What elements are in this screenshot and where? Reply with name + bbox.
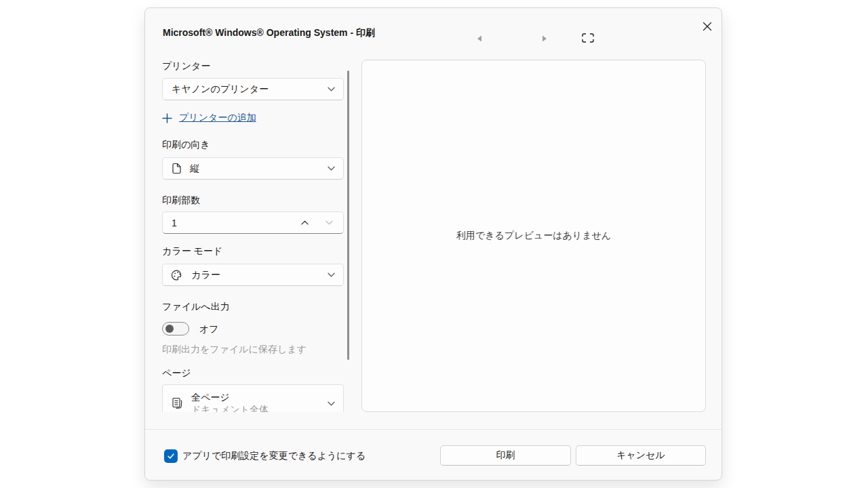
- copies-input[interactable]: [172, 218, 294, 228]
- fit-to-page-button[interactable]: [578, 28, 597, 47]
- color-mode-dropdown[interactable]: カラー: [162, 264, 344, 286]
- printer-value: キヤノンのプリンター: [172, 83, 269, 96]
- pages-label: ページ: [162, 366, 191, 380]
- add-printer-label: プリンターの追加: [179, 112, 256, 124]
- copies-label: 印刷部数: [162, 193, 200, 207]
- allow-app-settings-checkbox[interactable]: [164, 449, 178, 463]
- printer-label: プリンター: [162, 59, 210, 73]
- close-button[interactable]: [696, 16, 718, 37]
- color-mode-value: カラー: [191, 269, 220, 281]
- footer-divider: [145, 429, 722, 430]
- orientation-dropdown[interactable]: 縦: [162, 157, 344, 180]
- settings-scrollbar[interactable]: [347, 70, 349, 360]
- settings-panel: プリンター キヤノンのプリンター プリンターの追加 印刷の向き 縦: [145, 8, 358, 412]
- output-to-file-label: ファイルへ出力: [162, 300, 230, 313]
- chevron-down-icon: [328, 87, 335, 92]
- portrait-page-icon: [172, 163, 182, 174]
- allow-app-settings-label[interactable]: アプリで印刷設定を変更できるようにする: [182, 449, 366, 462]
- add-printer-link[interactable]: プリンターの追加: [162, 110, 256, 125]
- palette-icon: [172, 270, 183, 281]
- close-icon: [703, 22, 712, 31]
- orientation-value: 縦: [190, 163, 199, 175]
- previous-page-button[interactable]: [471, 30, 488, 47]
- preview-empty-message: 利用できるプレビューはありません: [456, 230, 611, 242]
- copies-field: [162, 211, 344, 234]
- copies-increment-button[interactable]: [294, 214, 315, 231]
- chevron-down-icon: [328, 166, 335, 171]
- pages-value: 全ページ: [191, 391, 269, 403]
- chevron-down-icon: [326, 220, 333, 225]
- next-page-button[interactable]: [536, 30, 553, 47]
- pages-subtitle: ドキュメント全体: [191, 403, 269, 412]
- arrow-right-icon: [542, 35, 547, 42]
- toggle-knob: [165, 325, 174, 333]
- output-to-file-description: 印刷出力をファイルに保存します: [162, 342, 307, 356]
- chevron-down-icon: [328, 401, 335, 406]
- preview-panel: 利用できるプレビューはありません: [361, 60, 706, 412]
- pages-dropdown[interactable]: 全ページ ドキュメント全体: [162, 384, 344, 412]
- checkmark-icon: [167, 452, 175, 460]
- copies-decrement-button[interactable]: [319, 214, 339, 231]
- toggle-state-label: オフ: [199, 322, 219, 336]
- color-mode-label: カラー モード: [162, 244, 222, 258]
- printer-dropdown[interactable]: キヤノンのプリンター: [162, 78, 344, 100]
- cancel-button[interactable]: キャンセル: [576, 445, 706, 466]
- document-copies-icon: [172, 397, 183, 409]
- plus-icon: [162, 113, 172, 123]
- print-dialog: Microsoft® Windows® Operating System - 印…: [144, 7, 722, 481]
- chevron-down-icon: [328, 272, 335, 277]
- fit-to-page-icon: [582, 33, 594, 43]
- orientation-label: 印刷の向き: [162, 138, 210, 151]
- print-button[interactable]: 印刷: [440, 445, 571, 466]
- arrow-left-icon: [477, 35, 482, 42]
- chevron-up-icon: [301, 220, 309, 225]
- output-to-file-toggle[interactable]: [162, 322, 189, 336]
